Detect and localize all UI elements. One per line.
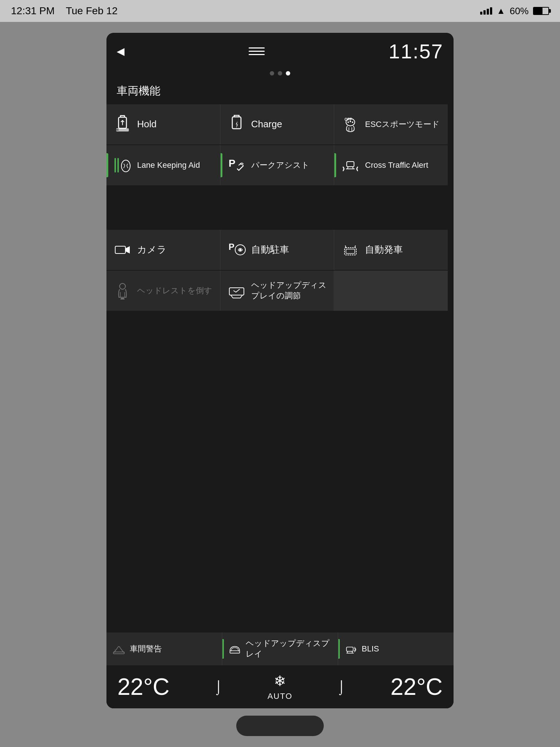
svg-rect-25 [345,248,356,255]
warning-icon: i [112,642,126,656]
auto-start-icon [341,240,360,259]
auto-start-tile[interactable]: 自動発車 [334,230,448,270]
hud-tile[interactable]: ヘッドアップディスプレイ [222,632,338,665]
headrest-label: ヘッドレストを倒す [137,286,212,296]
auto-park-label: 自動駐車 [251,244,289,256]
temp-row: 22°C ⌡ ❄ AUTO ⌡ 22°C [106,665,454,708]
cross-traffic-tile[interactable]: Cross Traffic Alert [334,145,448,185]
hold-label: Hold [137,118,156,131]
fan-icon: ❄ [274,673,286,689]
camera-icon [113,240,132,259]
svg-rect-33 [113,652,124,654]
svg-point-6 [347,121,349,123]
grid-section-4: ヘッドレストを倒す ヘッドアップディスプレイの調節 [106,271,448,311]
auto-start-label: 自動発車 [365,244,403,256]
svg-rect-16 [347,162,354,167]
camera-tile[interactable]: カメラ [106,230,220,270]
svg-marker-21 [125,246,130,253]
park-assist-icon: P [227,156,246,175]
hud-adjust-icon [227,281,246,300]
svg-point-24 [239,249,241,251]
right-temp: 22°C [390,673,443,700]
hud-adjust-tile[interactable]: ヘッドアップディスプレイの調節 [221,271,334,311]
signal-icon [480,7,492,15]
esc-tile[interactable]: OFF ESCスポーツモード [334,104,448,144]
page-dot-2[interactable] [278,71,282,76]
auto-park-icon: P [227,240,246,259]
svg-point-8 [352,121,353,123]
left-seat-icon[interactable]: ⌡ [214,679,222,694]
spacer-2 [106,311,448,355]
bottom-strip: i 車間警告 ヘッドアップディスプレイ [106,632,454,665]
hold-tile[interactable]: Hold [106,104,220,144]
status-time: 12:31 PM Tue Feb 12 [11,5,118,17]
section-title: 車両機能 [106,80,454,104]
fan-section[interactable]: ❄ AUTO [268,673,293,701]
battery-percent: 60% [510,5,529,17]
auto-park-tile[interactable]: P 自動駐車 [221,230,334,270]
menu-icon[interactable] [249,47,265,55]
lane-keeping-icon [113,156,132,175]
blis-icon [343,642,358,656]
svg-rect-20 [115,246,125,253]
back-arrow-icon[interactable]: ◀ [117,45,125,57]
cross-traffic-label: Cross Traffic Alert [365,160,428,171]
hold-icon [113,115,132,134]
svg-text:OFF: OFF [345,117,352,121]
right-seat-icon[interactable]: ⌡ [338,679,346,694]
park-assist-label: パークアシスト [251,160,310,171]
page-dots [106,70,454,80]
page-dot-3[interactable] [286,71,290,76]
grid-section-1: Hold Charge [106,104,448,144]
headrest-icon [113,281,132,300]
blis-tile[interactable]: BLIS [338,632,454,665]
wifi-icon: ▲ [497,6,505,16]
lane-keeping-tile[interactable]: Lane Keeping Aid [106,145,220,185]
spacer-1 [106,186,448,230]
headrest-tile[interactable]: ヘッドレストを倒す [106,271,220,311]
grid-section-2: Lane Keeping Aid P パークアシスト [106,145,448,185]
warning-tile[interactable]: i 車間警告 [106,632,222,665]
car-time: 11:57 [389,39,443,63]
svg-text:i: i [114,649,115,652]
hud-label: ヘッドアップディスプレイ [246,638,332,659]
status-indicators: ▲ 60% [480,5,549,17]
svg-rect-26 [346,249,355,253]
scroll-area[interactable]: Hold Charge [106,104,454,632]
svg-point-29 [120,283,125,289]
page-dot-1[interactable] [270,71,274,76]
svg-rect-35 [230,651,240,653]
esc-icon: OFF [341,115,360,134]
blis-label: BLIS [362,644,379,654]
home-button-area [236,708,324,747]
hud-icon [228,642,242,656]
left-temp: 22°C [117,673,170,700]
svg-point-14 [121,160,130,172]
camera-label: カメラ [137,244,167,256]
park-assist-tile[interactable]: P パークアシスト [221,145,334,185]
cross-traffic-icon [341,156,360,175]
charge-tile[interactable]: Charge [221,104,334,144]
lane-keeping-label: Lane Keeping Aid [137,160,200,171]
app-container: ◀ 11:57 車両機能 [106,33,454,708]
svg-text:P: P [229,158,236,169]
svg-text:P: P [229,242,234,252]
grid-section-3: カメラ P 自動駐車 [106,230,448,270]
warning-label: 車間警告 [130,644,162,654]
hud-adjust-label: ヘッドアップディスプレイの調節 [251,280,327,301]
bottom-controls: i 車間警告 ヘッドアップディスプレイ [106,632,454,708]
esc-label: ESCスポーツモード [365,119,439,130]
home-button[interactable] [236,716,324,736]
svg-rect-36 [346,647,353,651]
app-header: ◀ 11:57 [106,33,454,70]
charge-label: Charge [251,118,282,131]
charge-icon [227,115,246,134]
status-bar: 12:31 PM Tue Feb 12 ▲ 60% [0,0,560,22]
auto-label: AUTO [268,692,293,701]
battery-icon [533,7,549,15]
